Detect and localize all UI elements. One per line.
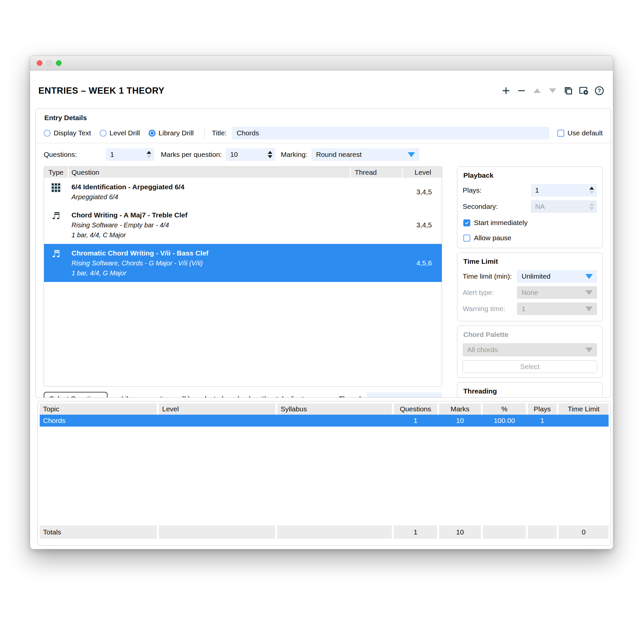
column-header-level[interactable]: Level xyxy=(403,167,442,178)
question-row[interactable]: ♬ Chord Writing - A Maj7 - Treble Clef R… xyxy=(44,206,442,244)
radio-display-text-label: Display Text xyxy=(54,129,91,137)
spinner-up-icon[interactable] xyxy=(589,187,594,190)
move-down-icon[interactable] xyxy=(547,85,558,96)
column-header-time-limit[interactable]: Time Limit xyxy=(559,403,609,415)
add-icon[interactable] xyxy=(500,85,512,96)
checkbox-icon[interactable] xyxy=(463,235,470,242)
marking-label: Marking: xyxy=(281,151,307,159)
question-title: Chord Writing - A Maj7 - Treble Clef xyxy=(71,211,187,219)
totals-questions: 1 xyxy=(394,526,437,539)
spinner-down-icon[interactable] xyxy=(589,191,594,194)
select-questions-button[interactable]: Select Questions xyxy=(44,392,108,398)
chord-palette-value: All chords xyxy=(467,346,585,354)
thread-label: Thread: xyxy=(339,395,363,398)
column-header-thread[interactable]: Thread xyxy=(351,167,402,178)
allow-pause-checkbox[interactable]: Allow pause xyxy=(463,234,597,242)
start-immediately-checkbox[interactable]: Start immediately xyxy=(463,219,597,227)
column-header-level[interactable]: Level xyxy=(159,403,275,415)
column-header-syllabus[interactable]: Syllabus xyxy=(277,403,392,415)
chord-palette-panel: Chord Palette All chords Select xyxy=(457,326,603,378)
totals-marks: 10 xyxy=(439,526,481,539)
column-header-plays[interactable]: Plays xyxy=(528,403,557,415)
marking-dropdown[interactable]: Round nearest xyxy=(311,148,419,161)
radio-icon[interactable] xyxy=(44,130,51,137)
column-header-type[interactable]: Type xyxy=(44,167,68,178)
question-title: Chromatic Chord Writing - V/ii - Bass Cl… xyxy=(71,249,208,257)
title-input[interactable] xyxy=(232,127,549,139)
minimize-window-icon[interactable] xyxy=(46,60,52,66)
questions-value: 1 xyxy=(110,151,147,159)
question-row[interactable]: 6/4 Identification - Arpeggiated 6/4 Arp… xyxy=(44,178,442,206)
thread-cell xyxy=(351,182,402,202)
grid-icon xyxy=(51,183,61,194)
radio-library-drill[interactable]: Library Drill xyxy=(149,129,194,137)
start-immediately-label: Start immediately xyxy=(474,219,528,227)
svg-text:?: ? xyxy=(598,88,601,94)
spinner-up-icon[interactable] xyxy=(147,151,151,154)
percent-cell: 100.00 xyxy=(483,415,526,427)
topic-cell: Chords xyxy=(40,415,157,427)
radio-level-drill-label: Level Drill xyxy=(110,129,140,137)
totals-empty-cell xyxy=(277,526,392,539)
question-subtitle: 1 bar, 4/4, G Major xyxy=(71,268,350,278)
summary-row-selected[interactable]: Chords 1 10 100.00 1 xyxy=(40,415,609,427)
checkbox-checked-icon[interactable] xyxy=(463,219,470,226)
remove-icon[interactable] xyxy=(516,85,527,96)
warning-time-label: Warning time: xyxy=(463,305,505,313)
dropdown-arrow-icon xyxy=(585,306,593,311)
marks-stepper[interactable]: 10 xyxy=(226,148,275,161)
plays-stepper[interactable]: 1 xyxy=(531,184,597,197)
separator xyxy=(36,143,611,143)
checkbox-icon[interactable] xyxy=(557,130,564,137)
spinner-down-icon[interactable] xyxy=(268,155,272,158)
marks-cell: 10 xyxy=(439,415,481,427)
column-header-topic[interactable]: Topic xyxy=(40,403,157,415)
close-window-icon[interactable] xyxy=(37,60,42,66)
divider xyxy=(204,127,205,139)
question-table: Type Question Thread Level xyxy=(44,166,442,387)
allow-pause-label: Allow pause xyxy=(474,234,511,242)
question-subtitle: Rising Software - Empty bar - 4/4 xyxy=(71,220,350,230)
dropdown-arrow-icon xyxy=(585,290,593,295)
column-header-percent[interactable]: % xyxy=(483,403,526,415)
plays-label: Plays: xyxy=(463,186,482,194)
radio-icon[interactable] xyxy=(100,130,107,137)
page-header: ENTRIES – WEEK 1 THEORY ? xyxy=(38,83,605,98)
spinner-down-icon[interactable] xyxy=(147,155,151,158)
playback-panel: Playback Plays: 1 Secondary: xyxy=(457,166,603,248)
threading-panel: Threading Normal xyxy=(457,382,603,398)
level-cell: 4,5,6 xyxy=(403,259,442,267)
time-limit-value: Unlimited xyxy=(522,272,585,280)
duplicate-icon[interactable] xyxy=(563,85,574,96)
time-limit-dropdown[interactable]: Unlimited xyxy=(517,270,597,283)
thread-input[interactable] xyxy=(367,392,442,398)
time-limit-cell xyxy=(559,415,609,427)
question-row-selected[interactable]: ♬ Chromatic Chord Writing - V/ii - Bass … xyxy=(44,244,442,282)
spinner-up-icon xyxy=(589,203,594,206)
capture-icon[interactable] xyxy=(578,85,589,96)
marks-value: 10 xyxy=(230,151,268,159)
thread-cell xyxy=(351,210,402,240)
column-header-marks[interactable]: Marks xyxy=(439,403,481,415)
use-default-checkbox[interactable]: Use default xyxy=(557,129,603,137)
totals-row: Totals 1 10 0 xyxy=(40,526,609,539)
thread-cell xyxy=(351,248,402,278)
radio-display-text[interactable]: Display Text xyxy=(44,129,91,137)
questions-stepper[interactable]: 1 xyxy=(106,148,154,161)
entry-details-heading: Entry Details xyxy=(44,114,603,122)
library-note: Library questions will be selected rando… xyxy=(121,395,313,398)
column-header-question[interactable]: Question xyxy=(69,167,350,178)
spinner-up-icon[interactable] xyxy=(268,151,272,154)
question-settings-row: Questions: 1 Marks per question: 10 Mark… xyxy=(44,148,603,161)
help-icon[interactable]: ? xyxy=(594,85,605,96)
page-title: ENTRIES – WEEK 1 THEORY xyxy=(38,86,164,96)
radio-selected-icon[interactable] xyxy=(149,130,156,137)
summary-table-header: Topic Level Syllabus Questions Marks % P… xyxy=(40,403,609,415)
zoom-window-icon[interactable] xyxy=(56,60,62,66)
radio-level-drill[interactable]: Level Drill xyxy=(100,129,140,137)
entry-type-row: Display Text Level Drill Library Drill T… xyxy=(44,126,603,140)
alert-type-dropdown: None xyxy=(517,286,597,299)
warning-time-value: 1 xyxy=(522,305,585,313)
move-up-icon[interactable] xyxy=(531,85,543,96)
column-header-questions[interactable]: Questions xyxy=(394,403,437,415)
